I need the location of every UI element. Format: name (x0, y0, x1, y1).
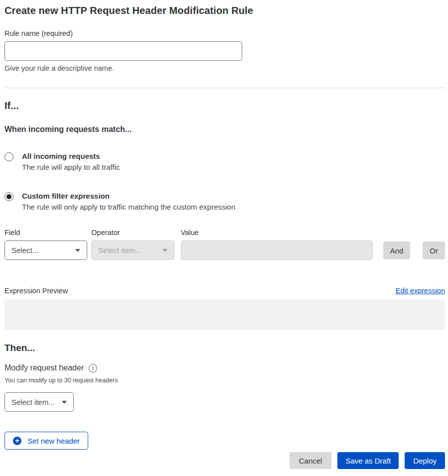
radio-description: The rule will only apply to traffic matc… (22, 203, 235, 211)
then-heading: Then... (4, 343, 445, 354)
cancel-button[interactable]: Cancel (290, 452, 332, 469)
match-subheading: When incoming requests match... (4, 125, 445, 134)
save-as-draft-button[interactable]: Save as Draft (337, 452, 399, 469)
radio-option-custom-filter[interactable]: Custom filter expression The rule will o… (4, 192, 445, 211)
chevron-down-icon (75, 249, 80, 252)
and-button[interactable]: And (383, 241, 411, 259)
chevron-down-icon (62, 401, 67, 404)
operator-select: Select item... (91, 240, 174, 260)
field-label: Field (4, 229, 87, 237)
header-item-select[interactable]: Select item... (4, 392, 74, 412)
modify-request-header-label: Modify request header (4, 363, 84, 372)
plus-circle-icon: + (13, 437, 21, 445)
rule-name-group: Rule name (required) Give your rule a de… (4, 29, 445, 72)
expression-builder-row: Field Select... Operator Select item... … (4, 229, 445, 260)
field-select[interactable]: Select... (4, 240, 87, 260)
operator-label: Operator (91, 229, 174, 237)
expression-preview-header: Expression Preview Edit expression (4, 287, 445, 295)
radio-button-unselected[interactable] (4, 152, 13, 161)
chevron-down-icon (162, 249, 167, 252)
deploy-button[interactable]: Deploy (405, 452, 445, 469)
radio-label: All incoming requests (22, 152, 120, 160)
expression-preview-box (4, 299, 445, 330)
radio-option-all-incoming[interactable]: All incoming requests The rule will appl… (4, 152, 445, 171)
footer-actions: Cancel Save as Draft Deploy (4, 452, 445, 469)
if-heading: If... (4, 100, 445, 112)
radio-description: The rule will apply to all traffic (22, 163, 120, 171)
set-new-header-button[interactable]: + Set new header (4, 432, 88, 450)
section-divider (4, 88, 445, 88)
value-label: Value (181, 229, 373, 237)
header-limit-helper: You can modify up to 30 request headers (4, 377, 445, 384)
operator-select-value: Select item... (98, 246, 142, 254)
or-button[interactable]: Or (423, 241, 445, 259)
edit-expression-link[interactable]: Edit expression (396, 287, 445, 295)
expression-preview-label: Expression Preview (4, 287, 68, 295)
radio-label: Custom filter expression (22, 192, 235, 200)
info-icon[interactable]: i (89, 364, 97, 372)
field-select-value: Select... (11, 246, 38, 254)
rule-name-label: Rule name (required) (4, 29, 445, 37)
rule-name-helper: Give your rule a descriptive name. (4, 64, 445, 72)
rule-name-input[interactable] (4, 41, 242, 61)
set-new-header-label: Set new header (27, 437, 80, 445)
radio-button-selected[interactable] (4, 192, 13, 201)
value-input (181, 240, 373, 260)
page-title: Create new HTTP Request Header Modificat… (4, 5, 445, 16)
create-rule-page: Create new HTTP Request Header Modificat… (0, 0, 448, 469)
header-item-select-value: Select item... (11, 398, 55, 406)
